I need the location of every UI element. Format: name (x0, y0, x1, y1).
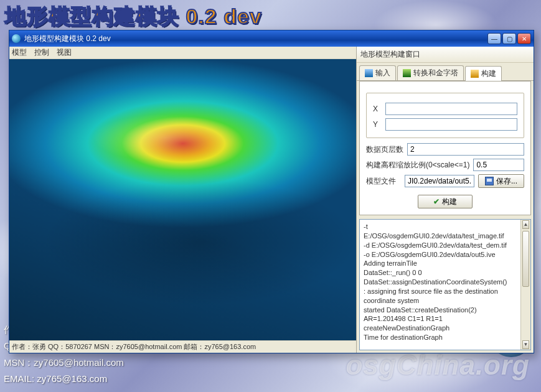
app-window: 地形模型构建模块 0.2 dev — ▢ ✕ 模型 控制 视图 作者：张勇 QQ… (9, 30, 534, 353)
log-line: : assigning first source file as the des… (364, 287, 527, 296)
log-line: DataSet::_run() 0 0 (364, 268, 527, 278)
window-title: 地形模型构建模块 0.2 dev (24, 34, 111, 44)
maximize-button[interactable]: ▢ (502, 33, 516, 44)
side-panel: 地形模型构建窗口 输入 转换和金字塔 构建 X (357, 47, 534, 353)
log-line: -d E:/OSG/osgdemGUI0.2dev/data/test_dem.… (364, 241, 527, 250)
log-line: -o E:/OSG/osgdemGUI0.2dev/data/out5.ive (364, 250, 527, 259)
label-x: X (373, 105, 382, 113)
log-line: coordinate system (364, 296, 527, 306)
promo-title: 地形模型构建模块 0.2 dev (5, 2, 262, 31)
label-scale: 构建高程缩放比例(0<scale<=1) (366, 160, 469, 170)
tab-convert[interactable]: 转换和金字塔 (397, 65, 464, 80)
x-input[interactable] (385, 103, 517, 115)
log-line: createNewDestinationGraph (364, 324, 527, 333)
label-modelfile: 模型文件 (366, 176, 401, 187)
menubar: 模型 控制 视图 (9, 47, 356, 59)
convert-icon (403, 69, 411, 77)
label-levels: 数据页层数 (366, 144, 403, 155)
levels-input[interactable] (407, 143, 524, 156)
3d-viewport[interactable] (9, 59, 356, 340)
log-output[interactable]: -t E:/OSG/osgdemGUI0.2dev/data/test_imag… (359, 219, 531, 350)
log-line: Adding terrainTile (364, 259, 527, 268)
save-button[interactable]: 保存... (478, 174, 524, 188)
status-bar: 作者：张勇 QQ：5870267 MSN：zy7605@hotmail.com … (9, 340, 356, 353)
label-y: Y (373, 120, 382, 129)
disk-icon (485, 177, 494, 185)
log-line: started DataSet::createDestination(2) (364, 306, 527, 315)
minimize-button[interactable]: — (487, 33, 501, 44)
log-line: DataSet::assignDestinationCoordinateSyst… (364, 278, 527, 287)
build-button[interactable]: ✔ 构建 (418, 195, 473, 208)
app-icon (12, 34, 21, 43)
scale-input[interactable] (473, 159, 524, 171)
credit-msn: MSN：zy7605@hotmail.com (4, 355, 124, 371)
panel-title: 地形模型构建窗口 (357, 47, 534, 63)
check-icon: ✔ (433, 197, 440, 206)
log-line: AR=1.201498 C1=1 R1=1 (364, 314, 527, 324)
log-line: -t (364, 222, 527, 231)
tabs: 输入 转换和金字塔 构建 (357, 63, 534, 81)
y-input[interactable] (385, 118, 517, 131)
close-button[interactable]: ✕ (517, 33, 531, 44)
tab-build[interactable]: 构建 (465, 66, 502, 81)
scroll-up-icon[interactable]: ▲ (522, 220, 529, 229)
menu-view[interactable]: 视图 (57, 47, 72, 58)
credit-email: EMAIL: zy765@163.com (4, 371, 124, 387)
menu-control[interactable]: 控制 (34, 47, 49, 58)
scroll-down-icon[interactable]: ▼ (522, 340, 529, 349)
tab-input[interactable]: 输入 (359, 65, 396, 80)
menu-model[interactable]: 模型 (12, 47, 27, 58)
scroll-thumb[interactable] (522, 231, 529, 287)
log-scrollbar[interactable]: ▲ ▼ (520, 220, 530, 350)
build-icon (471, 70, 479, 78)
modelfile-input[interactable] (405, 175, 474, 187)
log-line: Time for destinationGraph (364, 333, 527, 342)
titlebar[interactable]: 地形模型构建模块 0.2 dev — ▢ ✕ (9, 30, 534, 47)
status-text: 作者：张勇 QQ：5870267 MSN：zy7605@hotmail.com … (12, 342, 256, 352)
build-form: X Y 数据页层数 构建高程缩放比例(0<scale<=1) 模型文件 (359, 81, 531, 215)
log-line: E:/OSG/osgdemGUI0.2dev/data/test_image.t… (364, 231, 527, 241)
input-icon (365, 69, 373, 77)
